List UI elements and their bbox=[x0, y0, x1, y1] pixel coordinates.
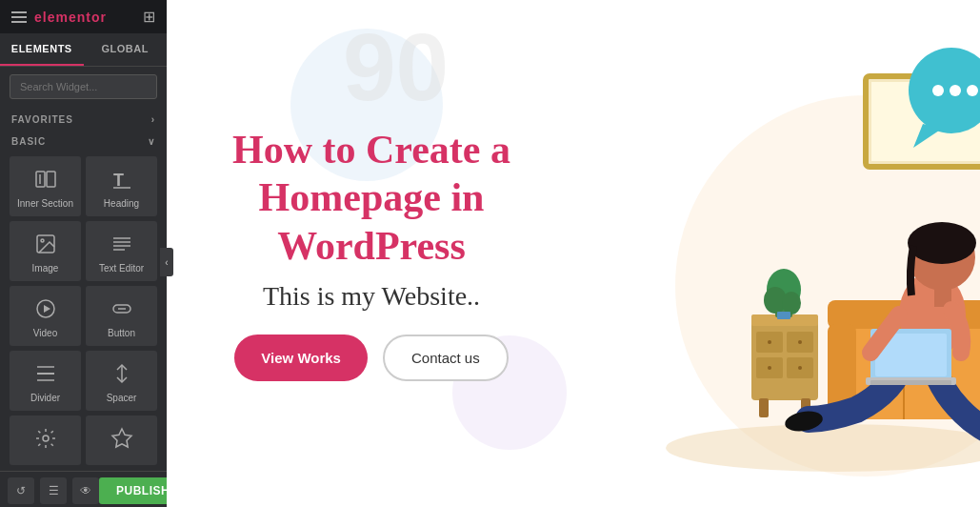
publish-button[interactable]: PUBLISH bbox=[99, 477, 167, 504]
widget-divider[interactable]: Divider bbox=[10, 351, 81, 411]
svg-text:T: T bbox=[113, 171, 124, 190]
svg-rect-54 bbox=[870, 380, 951, 385]
text-editor-icon bbox=[110, 233, 133, 258]
svg-point-32 bbox=[798, 366, 802, 370]
inner-section-icon bbox=[34, 168, 57, 193]
bottom-icons: ↺ ☰ 👁 bbox=[8, 477, 99, 504]
svg-point-38 bbox=[782, 292, 801, 314]
menu-icon[interactable] bbox=[11, 11, 27, 23]
basic-arrow: ∨ bbox=[148, 136, 155, 147]
hero-section: How to Create a Homepage in WordPress Th… bbox=[195, 126, 548, 381]
settings-icon[interactable]: ☰ bbox=[40, 477, 67, 504]
sidebar: elementor ⊞ ELEMENTS GLOBAL FAVORITES › … bbox=[0, 0, 167, 507]
extra-1-icon bbox=[34, 427, 57, 453]
widget-inner-section[interactable]: Inner Section bbox=[10, 156, 81, 216]
widget-button-label: Button bbox=[108, 328, 135, 338]
hero-buttons: View Works Contact us bbox=[195, 335, 548, 381]
svg-point-60 bbox=[967, 85, 978, 96]
favorites-arrow: › bbox=[151, 114, 155, 125]
video-icon bbox=[34, 297, 57, 323]
svg-point-6 bbox=[41, 239, 44, 242]
widget-spacer[interactable]: Spacer bbox=[86, 351, 157, 411]
sidebar-bottom: ↺ ☰ 👁 PUBLISH bbox=[0, 471, 167, 507]
widget-extra-1[interactable] bbox=[10, 416, 81, 465]
page-canvas: 90 How to Create a Homepage in WordPress… bbox=[167, 0, 980, 507]
widget-button[interactable]: Button bbox=[86, 286, 157, 346]
sidebar-tabs: ELEMENTS GLOBAL bbox=[0, 33, 167, 67]
button-icon bbox=[110, 297, 133, 323]
widget-grid: Inner Section T Heading Image Text Edito… bbox=[0, 151, 167, 471]
image-icon bbox=[34, 233, 57, 258]
grid-icon[interactable]: ⊞ bbox=[143, 8, 155, 26]
main-content: 90 How to Create a Homepage in WordPress… bbox=[167, 0, 980, 507]
widget-video[interactable]: Video bbox=[10, 286, 81, 346]
svg-marker-12 bbox=[44, 305, 50, 313]
tab-elements[interactable]: ELEMENTS bbox=[0, 33, 84, 66]
tab-global[interactable]: GLOBAL bbox=[84, 33, 168, 66]
widget-heading-label: Heading bbox=[104, 198, 139, 209]
basic-label: BASIC bbox=[11, 136, 46, 147]
svg-point-31 bbox=[768, 366, 771, 370]
search-box bbox=[0, 67, 167, 107]
hero-subtitle: This is my Website.. bbox=[195, 281, 548, 312]
svg-rect-33 bbox=[759, 398, 769, 417]
contact-us-button[interactable]: Contact us bbox=[383, 335, 509, 381]
spacer-icon bbox=[110, 362, 133, 388]
widget-spacer-label: Spacer bbox=[107, 393, 137, 403]
basic-section-header[interactable]: BASIC ∨ bbox=[0, 129, 167, 151]
svg-point-47 bbox=[908, 222, 976, 264]
heading-icon: T bbox=[110, 168, 133, 193]
svg-point-30 bbox=[798, 340, 802, 344]
divider-icon bbox=[34, 362, 57, 388]
widget-text-editor[interactable]: Text Editor bbox=[86, 221, 157, 281]
widget-image[interactable]: Image bbox=[10, 221, 81, 281]
illustration bbox=[532, 0, 980, 507]
widget-divider-label: Divider bbox=[30, 393, 60, 403]
svg-point-59 bbox=[950, 85, 961, 96]
widget-image-label: Image bbox=[32, 263, 59, 274]
sidebar-header: elementor ⊞ bbox=[0, 0, 167, 33]
favorites-section-header[interactable]: FAVORITES › bbox=[0, 107, 167, 129]
svg-rect-39 bbox=[777, 312, 790, 319]
search-input[interactable] bbox=[10, 74, 157, 99]
svg-point-29 bbox=[768, 340, 771, 344]
favorites-label: FAVORITES bbox=[11, 114, 73, 125]
widget-heading[interactable]: T Heading bbox=[86, 156, 157, 216]
svg-marker-20 bbox=[112, 429, 131, 447]
hero-title: How to Create a Homepage in WordPress bbox=[195, 126, 548, 270]
preview-icon[interactable]: 👁 bbox=[72, 477, 99, 504]
view-works-button[interactable]: View Works bbox=[234, 335, 368, 381]
widget-extra-2[interactable] bbox=[86, 416, 157, 465]
widget-inner-section-label: Inner Section bbox=[17, 198, 73, 209]
collapse-handle[interactable]: ‹ bbox=[160, 248, 173, 276]
logo-text: elementor bbox=[34, 10, 107, 25]
extra-2-icon bbox=[110, 427, 133, 453]
svg-point-58 bbox=[932, 85, 944, 96]
history-icon[interactable]: ↺ bbox=[8, 477, 34, 504]
widget-text-editor-label: Text Editor bbox=[99, 263, 144, 274]
svg-point-19 bbox=[43, 436, 49, 441]
widget-video-label: Video bbox=[33, 328, 57, 338]
svg-rect-1 bbox=[47, 172, 55, 187]
